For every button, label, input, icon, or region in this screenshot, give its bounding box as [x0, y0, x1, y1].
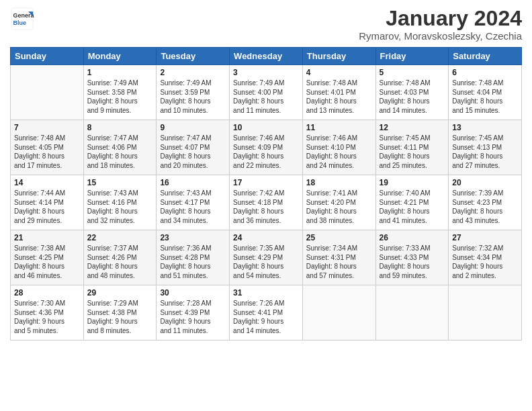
day-header-saturday: Saturday	[449, 48, 522, 65]
calendar-cell: 17Sunrise: 7:42 AMSunset: 4:18 PMDayligh…	[230, 175, 303, 230]
day-info: Sunrise: 7:37 AMSunset: 4:26 PMDaylight:…	[87, 244, 153, 280]
day-info: Sunrise: 7:36 AMSunset: 4:28 PMDaylight:…	[160, 244, 226, 280]
day-number: 7	[14, 123, 80, 132]
day-info: Sunrise: 7:48 AMSunset: 4:05 PMDaylight:…	[14, 134, 80, 170]
day-number: 16	[160, 178, 226, 187]
calendar-cell: 10Sunrise: 7:46 AMSunset: 4:09 PMDayligh…	[230, 120, 303, 175]
day-info: Sunrise: 7:35 AMSunset: 4:29 PMDaylight:…	[233, 244, 299, 280]
calendar-cell: 31Sunrise: 7:26 AMSunset: 4:41 PMDayligh…	[230, 285, 303, 340]
day-number: 4	[306, 68, 372, 77]
calendar-cell: 26Sunrise: 7:33 AMSunset: 4:33 PMDayligh…	[375, 230, 449, 285]
calendar-cell: 14Sunrise: 7:44 AMSunset: 4:14 PMDayligh…	[11, 175, 84, 230]
day-info: Sunrise: 7:34 AMSunset: 4:31 PMDaylight:…	[306, 244, 372, 280]
day-number: 29	[87, 288, 153, 298]
day-number: 15	[87, 178, 153, 187]
calendar-cell: 13Sunrise: 7:45 AMSunset: 4:13 PMDayligh…	[449, 120, 522, 175]
day-info: Sunrise: 7:38 AMSunset: 4:25 PMDaylight:…	[14, 244, 80, 280]
day-number: 26	[380, 233, 445, 242]
calendar-cell: 12Sunrise: 7:45 AMSunset: 4:11 PMDayligh…	[375, 120, 449, 175]
day-number: 12	[380, 123, 445, 132]
day-info: Sunrise: 7:40 AMSunset: 4:21 PMDaylight:…	[380, 189, 445, 225]
calendar-cell: 30Sunrise: 7:28 AMSunset: 4:39 PMDayligh…	[157, 285, 230, 340]
day-number: 1	[87, 68, 153, 77]
calendar-cell: 7Sunrise: 7:48 AMSunset: 4:05 PMDaylight…	[11, 120, 84, 175]
day-number: 30	[160, 288, 226, 298]
day-number: 22	[87, 233, 153, 242]
calendar-cell: 20Sunrise: 7:39 AMSunset: 4:23 PMDayligh…	[449, 175, 522, 230]
day-number: 2	[160, 68, 226, 77]
day-number: 8	[87, 123, 153, 132]
day-number: 13	[452, 123, 518, 132]
day-info: Sunrise: 7:43 AMSunset: 4:17 PMDaylight:…	[160, 189, 226, 225]
day-info: Sunrise: 7:49 AMSunset: 4:00 PMDaylight:…	[233, 79, 299, 115]
calendar-cell: 19Sunrise: 7:40 AMSunset: 4:21 PMDayligh…	[375, 175, 449, 230]
day-number: 3	[233, 68, 299, 77]
day-header-thursday: Thursday	[302, 48, 375, 65]
day-number: 24	[233, 233, 299, 242]
day-number: 19	[380, 178, 445, 187]
logo-icon: General Blue	[10, 7, 34, 31]
calendar-cell: 22Sunrise: 7:37 AMSunset: 4:26 PMDayligh…	[83, 230, 157, 285]
day-number: 9	[160, 123, 226, 132]
calendar-cell: 2Sunrise: 7:49 AMSunset: 3:59 PMDaylight…	[157, 65, 230, 120]
calendar-cell: 28Sunrise: 7:30 AMSunset: 4:36 PMDayligh…	[11, 285, 84, 340]
month-title: January 2024	[359, 7, 522, 30]
calendar-cell	[11, 65, 84, 120]
calendar-cell: 1Sunrise: 7:49 AMSunset: 3:58 PMDaylight…	[83, 65, 157, 120]
day-info: Sunrise: 7:41 AMSunset: 4:20 PMDaylight:…	[306, 189, 372, 225]
calendar-cell: 21Sunrise: 7:38 AMSunset: 4:25 PMDayligh…	[11, 230, 84, 285]
day-number: 28	[14, 288, 80, 298]
day-info: Sunrise: 7:33 AMSunset: 4:33 PMDaylight:…	[380, 244, 445, 280]
calendar-cell: 3Sunrise: 7:49 AMSunset: 4:00 PMDaylight…	[230, 65, 303, 120]
day-info: Sunrise: 7:44 AMSunset: 4:14 PMDaylight:…	[14, 189, 80, 225]
calendar-cell	[375, 285, 449, 340]
day-info: Sunrise: 7:30 AMSunset: 4:36 PMDaylight:…	[14, 299, 80, 335]
day-header-sunday: Sunday	[11, 48, 84, 65]
day-info: Sunrise: 7:43 AMSunset: 4:16 PMDaylight:…	[87, 189, 153, 225]
calendar-cell: 23Sunrise: 7:36 AMSunset: 4:28 PMDayligh…	[157, 230, 230, 285]
day-number: 31	[233, 288, 299, 298]
calendar-cell: 9Sunrise: 7:47 AMSunset: 4:07 PMDaylight…	[157, 120, 230, 175]
day-number: 17	[233, 178, 299, 187]
day-info: Sunrise: 7:45 AMSunset: 4:13 PMDaylight:…	[452, 134, 518, 170]
day-info: Sunrise: 7:46 AMSunset: 4:10 PMDaylight:…	[306, 134, 372, 170]
day-header-wednesday: Wednesday	[230, 48, 303, 65]
location: Rymarov, Moravskoslezsky, Czechia	[359, 30, 522, 42]
day-info: Sunrise: 7:29 AMSunset: 4:38 PMDaylight:…	[87, 299, 153, 335]
calendar-cell: 5Sunrise: 7:48 AMSunset: 4:03 PMDaylight…	[375, 65, 449, 120]
calendar-cell: 11Sunrise: 7:46 AMSunset: 4:10 PMDayligh…	[302, 120, 375, 175]
calendar-cell	[449, 285, 522, 340]
day-header-tuesday: Tuesday	[157, 48, 230, 65]
day-info: Sunrise: 7:48 AMSunset: 4:04 PMDaylight:…	[452, 79, 518, 115]
day-info: Sunrise: 7:47 AMSunset: 4:06 PMDaylight:…	[87, 134, 153, 170]
calendar-table: SundayMondayTuesdayWednesdayThursdayFrid…	[10, 47, 522, 340]
calendar-cell: 8Sunrise: 7:47 AMSunset: 4:06 PMDaylight…	[83, 120, 157, 175]
calendar-cell: 25Sunrise: 7:34 AMSunset: 4:31 PMDayligh…	[302, 230, 375, 285]
calendar-cell: 15Sunrise: 7:43 AMSunset: 4:16 PMDayligh…	[83, 175, 157, 230]
calendar-cell: 4Sunrise: 7:48 AMSunset: 4:01 PMDaylight…	[302, 65, 375, 120]
calendar-cell	[302, 285, 375, 340]
day-info: Sunrise: 7:26 AMSunset: 4:41 PMDaylight:…	[233, 299, 299, 335]
svg-text:Blue: Blue	[13, 19, 27, 26]
day-info: Sunrise: 7:49 AMSunset: 3:58 PMDaylight:…	[87, 79, 153, 115]
day-header-monday: Monday	[83, 48, 157, 65]
day-info: Sunrise: 7:42 AMSunset: 4:18 PMDaylight:…	[233, 189, 299, 225]
day-number: 11	[306, 123, 372, 132]
calendar-cell: 24Sunrise: 7:35 AMSunset: 4:29 PMDayligh…	[230, 230, 303, 285]
day-info: Sunrise: 7:39 AMSunset: 4:23 PMDaylight:…	[452, 189, 518, 225]
day-number: 25	[306, 233, 372, 242]
day-info: Sunrise: 7:47 AMSunset: 4:07 PMDaylight:…	[160, 134, 226, 170]
day-info: Sunrise: 7:28 AMSunset: 4:39 PMDaylight:…	[160, 299, 226, 335]
day-number: 14	[14, 178, 80, 187]
day-number: 18	[306, 178, 372, 187]
day-number: 5	[380, 68, 445, 77]
calendar-cell: 29Sunrise: 7:29 AMSunset: 4:38 PMDayligh…	[83, 285, 157, 340]
day-info: Sunrise: 7:48 AMSunset: 4:01 PMDaylight:…	[306, 79, 372, 115]
day-number: 6	[452, 68, 518, 77]
day-info: Sunrise: 7:48 AMSunset: 4:03 PMDaylight:…	[380, 79, 445, 115]
day-info: Sunrise: 7:49 AMSunset: 3:59 PMDaylight:…	[160, 79, 226, 115]
day-number: 10	[233, 123, 299, 132]
day-info: Sunrise: 7:45 AMSunset: 4:11 PMDaylight:…	[380, 134, 445, 170]
calendar-cell: 18Sunrise: 7:41 AMSunset: 4:20 PMDayligh…	[302, 175, 375, 230]
day-info: Sunrise: 7:46 AMSunset: 4:09 PMDaylight:…	[233, 134, 299, 170]
